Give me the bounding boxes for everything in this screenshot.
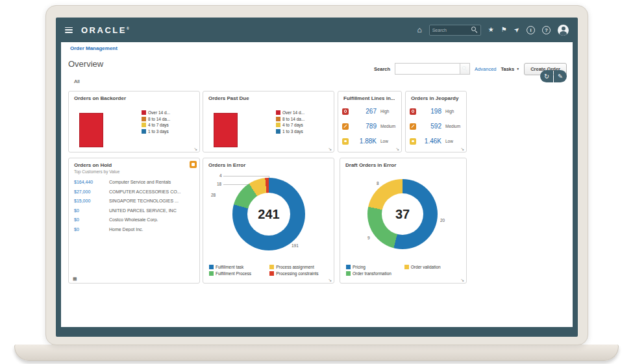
watchlist-flag-icon[interactable]: ⚑ [501, 27, 507, 33]
help-icon[interactable]: ? [542, 26, 551, 34]
pointer-icon[interactable]: ➤ [512, 25, 521, 34]
card-title: Orders on Hold [74, 162, 193, 168]
hold-value-link[interactable]: $0 [74, 208, 109, 213]
global-search [429, 25, 481, 36]
search-box [395, 63, 470, 75]
kpi-level-label: Low [380, 139, 398, 143]
hold-value-link[interactable]: $164,440 [74, 180, 109, 184]
kpi-value-link[interactable]: 1.46K [419, 138, 441, 145]
announcements-icon[interactable]: i [527, 26, 535, 34]
search-icon [462, 66, 468, 72]
kpi-row-high: 267 High [342, 108, 398, 115]
card-fulfillment-lines: Fulfillment Lines in... 267 High 789 Med… [338, 91, 402, 152]
oracle-logo: ORACLE® [81, 25, 129, 35]
kpi-value-link[interactable]: 789 [351, 123, 377, 130]
legend-swatch [346, 265, 351, 269]
card-title: Draft Orders in Error [345, 162, 460, 168]
card-orders-on-backorder: Orders on Backorder Over 14 d... 8 to 14… [68, 91, 200, 152]
kpi-row-medium: 592 Medium [410, 123, 463, 130]
expand-icon[interactable]: ↘ [395, 147, 399, 151]
table-view-icon[interactable]: ▦ [73, 276, 77, 281]
expand-icon[interactable]: ↘ [328, 147, 332, 151]
hold-value-link[interactable]: $27,000 [74, 189, 109, 194]
hold-value-link[interactable]: $0 [74, 217, 109, 222]
severity-medium-icon [410, 123, 416, 130]
refresh-button[interactable]: ↻ [540, 70, 553, 82]
search-input[interactable] [395, 63, 460, 75]
customer-name: Costco Wholesale Corp. [109, 217, 194, 222]
search-icon[interactable] [471, 27, 478, 33]
expand-icon[interactable]: ↘ [193, 147, 197, 151]
legend-item: Over 14 d... [142, 110, 170, 115]
favorites-star-icon[interactable]: ★ [488, 27, 494, 33]
kpi-row-low: 1.88K Low [342, 138, 398, 145]
legend-swatch [346, 271, 351, 276]
advanced-search-link[interactable]: Advanced [475, 66, 496, 72]
kpi-row-low: 1.46K Low [410, 138, 463, 145]
legend-item: Process assignment [269, 265, 332, 269]
legend: Pricing Order validation Order transform… [346, 265, 464, 276]
expand-icon[interactable]: ↘ [460, 278, 464, 282]
legend-item: Pricing [346, 265, 403, 269]
kpi-value-link[interactable]: 198 [419, 108, 441, 115]
kpi-value-link[interactable]: 267 [351, 108, 377, 115]
legend-item: Fulfillment task [209, 265, 268, 269]
view-toggle-buttons: ↻ ✎ [540, 70, 567, 82]
legend-swatch [269, 265, 274, 269]
hold-value-link[interactable]: $0 [74, 227, 109, 232]
draft-orders-in-error-donut-chart[interactable] [367, 179, 438, 249]
chevron-down-icon: ▼ [516, 67, 519, 71]
legend-swatch [276, 110, 280, 115]
legend-item: Order transformation [346, 271, 403, 276]
legend-swatch [209, 265, 214, 269]
legend-item: Processing constraints [269, 271, 332, 276]
laptop-lid: ORACLE® ⌂ ★ ⚑ ➤ i ? Order Managem [45, 5, 588, 345]
legend-swatch [269, 271, 274, 276]
bar-over-14-days[interactable] [79, 113, 103, 147]
page-controls: Search Advanced Tasks▼ Create Order [374, 62, 567, 75]
global-search-input[interactable] [432, 28, 469, 32]
customer-name: SINGAPORE TECHNOLOGIES ... [109, 199, 194, 203]
hold-warning-icon[interactable] [190, 161, 197, 168]
hold-value-link[interactable]: $15,000 [74, 199, 109, 203]
refresh-icon: ↻ [544, 73, 549, 80]
orders-in-error-donut-chart[interactable] [232, 178, 305, 250]
customer-name: Computer Service and Rentals [109, 180, 194, 184]
severity-high-icon [410, 108, 416, 115]
card-title: Orders on Backorder [74, 95, 193, 101]
kpi-row-high: 198 High [410, 108, 463, 115]
legend-item: 1 to 3 days [142, 129, 170, 134]
search-label: Search [374, 66, 390, 72]
severity-high-icon [342, 108, 349, 115]
slice-label: 4 [219, 173, 222, 178]
list-item: $27,000COMPUTER ACCESSORIES CO... [74, 189, 194, 194]
tab-all[interactable]: All [74, 79, 80, 84]
legend-item: 8 to 14 da... [142, 117, 170, 121]
card-orders-on-hold: Orders on Hold Top Customers by Value $1… [68, 158, 200, 284]
kpi-value-link[interactable]: 1.88K [351, 138, 377, 145]
user-avatar[interactable] [558, 25, 569, 36]
severity-low-icon [342, 138, 349, 145]
legend-swatch [404, 265, 409, 269]
pencil-icon: ✎ [558, 73, 563, 80]
slice-label: 18 [217, 182, 221, 186]
bar-over-14-days[interactable] [214, 113, 238, 147]
list-item: $164,440Computer Service and Rentals [74, 180, 194, 184]
home-icon[interactable]: ⌂ [417, 26, 421, 34]
kpi-value-link[interactable]: 592 [419, 123, 441, 130]
breadcrumb[interactable]: Order Management [70, 45, 118, 51]
legend: Over 14 d... 8 to 14 da... 4 to 7 days 1… [142, 110, 170, 134]
legend-swatch [142, 110, 146, 115]
expand-icon[interactable]: ↘ [328, 278, 332, 282]
menu-icon[interactable] [65, 27, 73, 33]
severity-low-icon [410, 138, 416, 145]
pastdue-bar-chart[interactable] [214, 107, 238, 147]
backorder-bar-chart[interactable] [79, 107, 103, 147]
tasks-dropdown[interactable]: Tasks▼ [501, 66, 519, 72]
expand-icon[interactable]: ↘ [460, 147, 464, 151]
card-title: Orders Past Due [208, 95, 327, 101]
edit-layout-button[interactable]: ✎ [554, 70, 567, 82]
search-go-button[interactable] [460, 63, 470, 75]
header-actions: ⌂ ★ ⚑ ➤ i ? [417, 25, 569, 36]
list-item: $0UNITED PARCEL SERVICE, INC [74, 208, 194, 213]
